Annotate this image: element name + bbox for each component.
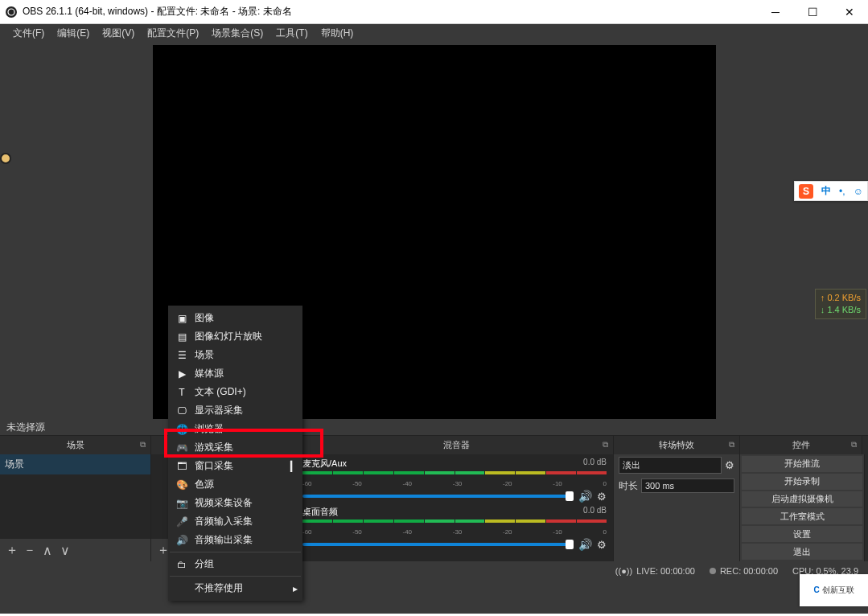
menu-profile[interactable]: 配置文件(P) [141,24,205,43]
panel-header-mixer: 混音器⧉ [299,436,614,454]
mic-icon: 🎤 [176,516,187,528]
speed-overlay: ↑ 0.2 KB/s ↓ 1.4 KB/s [815,289,866,319]
gamepad-icon: 🎮 [176,442,187,454]
panel-header-ctrl: 控件⧉ [740,436,862,454]
chevron-right-icon: ▎ [290,461,298,472]
minimize-button[interactable]: ─ [757,0,794,23]
popout-icon[interactable]: ⧉ [729,440,734,450]
ctx-slideshow[interactable]: ▤图像幻灯片放映 [168,327,302,346]
statusbar: ((●))LIVE: 00:00:00 REC: 00:00:00 CPU: 0… [0,561,868,581]
panel-scene: 场景 ＋ － ∧ ∨ [0,454,151,561]
folder-icon: 🗀 [176,559,187,570]
ctx-browser[interactable]: 🌐浏览器 [168,420,302,438]
start-streaming-button[interactable]: 开始推流 [742,456,862,472]
ctx-deprecated[interactable]: 不推荐使用▸ [168,579,302,598]
start-recording-button[interactable]: 开始录制 [742,474,862,490]
ime-mode[interactable]: 中 [821,184,831,198]
panel-header-scene: 场景⧉ [0,436,151,454]
menu-scene[interactable]: 场景集合(S) [205,24,269,43]
sogou-icon[interactable]: S [799,184,813,199]
watermark: C 创新互联 [800,574,868,606]
mixer-track-desktop: 桌面音频0.0 dB -60-50-40-30-20-100 🔊 ⚙ [296,503,613,551]
monitor-icon: 🖵 [176,405,187,417]
duration-label: 时长 [619,479,638,493]
svg-point-0 [6,6,17,18]
ctx-color[interactable]: 🎨色源 [168,475,302,494]
globe-icon: 🌐 [176,424,187,435]
preview-area [0,43,868,419]
scene-up-button[interactable]: ∧ [39,541,56,559]
volume-slider[interactable] [302,495,574,498]
popout-icon[interactable]: ⧉ [603,440,608,450]
image-icon: ▣ [176,313,187,324]
broadcast-icon: ((●)) [615,566,632,576]
window-title: OBS 26.1.1 (64-bit, windows) - 配置文件: 未命名… [23,5,292,18]
status-rec: REC: 00:00:00 [710,566,778,576]
source-context-menu: ▣图像 ▤图像幻灯片放映 ☰场景 ▶媒体源 T文本 (GDI+) 🖵显示器采集 … [168,306,302,601]
emoji-icon[interactable]: ☺ [854,186,863,197]
camera-icon: 📷 [176,498,187,509]
ctx-scene[interactable]: ☰场景 [168,346,302,364]
speaker-icon[interactable]: 🔊 [578,490,592,503]
volume-slider[interactable] [302,543,574,546]
info-bar: 未选择源 [0,419,868,435]
gear-icon[interactable]: ⚙ [597,491,607,503]
ctx-ain[interactable]: 🎤音频输入采集 [168,512,302,531]
vu-meter [302,519,607,528]
menu-edit[interactable]: 编辑(E) [51,24,96,43]
ctx-display[interactable]: 🖵显示器采集 [168,401,302,420]
obs-logo-icon [5,6,18,18]
studio-mode-button[interactable]: 工作室模式 [742,508,862,524]
ime-toolbar[interactable]: S 中 •, ☺ [794,181,868,201]
no-source-label: 未选择源 [6,421,45,434]
ctx-group[interactable]: 🗀分组 [168,555,302,573]
transition-select[interactable]: 淡出 [619,457,722,474]
text-icon: T [176,387,187,398]
list-icon: ☰ [176,350,187,361]
titlebar: OBS 26.1.1 (64-bit, windows) - 配置文件: 未命名… [0,0,868,24]
mixer-track-mic: 麦克风/Aux0.0 dB -60-50-40-30-20-100 🔊 ⚙ [296,454,613,503]
menu-tools[interactable]: 工具(T) [269,24,314,43]
menubar: 文件(F) 编辑(E) 视图(V) 配置文件(P) 场景集合(S) 工具(T) … [0,24,868,43]
gear-icon[interactable]: ⚙ [597,539,607,551]
ctx-game[interactable]: 🎮游戏采集 [168,438,302,457]
chevron-right-icon: ▸ [293,583,298,594]
panel-ctrl: 开始推流 开始录制 启动虚拟摄像机 工作室模式 设置 退出 [740,454,865,561]
slideshow-icon: ▤ [176,331,187,343]
popout-icon[interactable]: ⧉ [140,440,146,450]
gear-icon[interactable]: ⚙ [725,459,734,471]
record-dot-icon [710,568,716,574]
panel-header-trans: 转场特效⧉ [614,436,740,454]
menu-file[interactable]: 文件(F) [6,24,51,43]
maximize-button[interactable]: ☐ [794,0,831,23]
exit-button[interactable]: 退出 [742,544,862,560]
speaker-out-icon: 🔊 [176,535,187,546]
panel-trans: 淡出 ⚙ 时长 300 ms [614,454,740,561]
menu-view[interactable]: 视图(V) [96,24,141,43]
left-dock-icons [0,153,14,196]
menu-help[interactable]: 帮助(H) [315,24,360,43]
ctx-image[interactable]: ▣图像 [168,309,302,327]
ctx-aout[interactable]: 🔊音频输出采集 [168,531,302,549]
popout-icon[interactable]: ⧉ [851,440,857,450]
status-live: ((●))LIVE: 00:00:00 [615,566,695,576]
settings-button[interactable]: 设置 [742,526,862,542]
duration-input[interactable]: 300 ms [641,478,734,493]
panel-mixer: 麦克风/Aux0.0 dB -60-50-40-30-20-100 🔊 ⚙ 桌面… [296,454,614,561]
ctx-media[interactable]: ▶媒体源 [168,364,302,383]
drop-icon: 🎨 [176,479,187,491]
vu-meter [302,471,607,479]
add-scene-button[interactable]: ＋ [3,541,21,559]
window-icon: 🗔 [176,461,187,472]
ctx-vcapture[interactable]: 📷视频采集设备 [168,494,302,512]
start-virtualcam-button[interactable]: 启动虚拟摄像机 [742,491,862,507]
play-icon: ▶ [176,368,187,380]
scene-down-button[interactable]: ∨ [56,541,74,559]
speaker-icon[interactable]: 🔊 [578,538,592,551]
remove-scene-button[interactable]: － [21,541,39,559]
ctx-window[interactable]: 🗔窗口采集▎ [168,457,302,475]
scene-item[interactable]: 场景 [0,454,150,474]
close-button[interactable]: ✕ [831,0,868,23]
ctx-text[interactable]: T文本 (GDI+) [168,383,302,401]
